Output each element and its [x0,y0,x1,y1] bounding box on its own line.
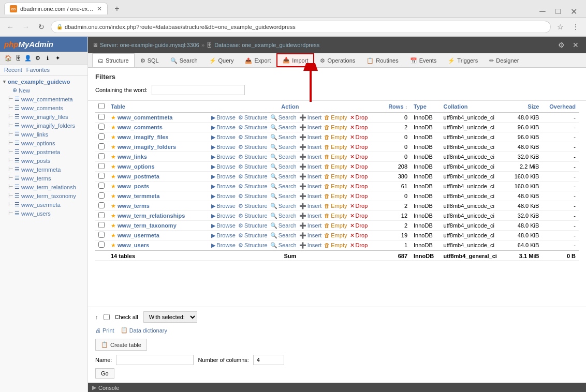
drop-link-13[interactable]: ✕ Drop [350,242,368,249]
insert-link-13[interactable]: ➕ Insert [299,242,322,249]
insert-link-0[interactable]: ➕ Insert [299,114,322,121]
table-name-link-3[interactable]: www_imagify_folders [118,144,176,150]
insert-link-12[interactable]: ➕ Insert [299,232,322,239]
go-button[interactable]: Go [95,368,114,379]
star-icon-1[interactable]: ★ [111,124,116,130]
empty-link-2[interactable]: 🗑 Empty [324,134,347,140]
row-checkbox-9[interactable] [98,202,105,208]
topbar-settings-icon[interactable]: ⚙ [555,39,567,51]
tab-export[interactable]: 📤 Export [239,53,276,67]
table-name-link-4[interactable]: www_links [118,154,147,160]
empty-link-12[interactable]: 🗑 Empty [324,232,347,238]
data-dictionary-link[interactable]: 📋 Data dictionary [121,327,167,334]
row-checkbox-11[interactable] [98,222,105,228]
search-link-1[interactable]: 🔍 Search [270,124,297,131]
drop-link-0[interactable]: ✕ Drop [350,114,368,121]
structure-link-1[interactable]: ⚙ Structure [238,124,268,131]
star-icon-6[interactable]: ★ [111,173,116,179]
col-collation[interactable]: Collation [441,101,508,113]
tab-designer[interactable]: ✏ Designer [484,53,524,67]
browse-link-11[interactable]: ▶ Browse [211,222,236,229]
insert-link-2[interactable]: ➕ Insert [299,134,322,141]
drop-link-9[interactable]: ✕ Drop [350,203,368,209]
sidebar-user-icon[interactable]: 👤 [24,54,32,62]
win-minimize[interactable]: ─ [536,5,549,18]
table-name-link-1[interactable]: www_comments [118,124,163,130]
search-link-11[interactable]: 🔍 Search [270,222,297,229]
structure-link-9[interactable]: ⚙ Structure [238,203,268,209]
browse-link-3[interactable]: ▶ Browse [211,144,236,150]
browse-link-0[interactable]: ▶ Browse [211,114,236,121]
drop-link-3[interactable]: ✕ Drop [350,144,368,150]
sidebar-item-new[interactable]: ⊕ New [0,86,87,95]
sidebar-item-imagify-folders[interactable]: ⊢ ☰ www_imagify_folders [0,121,87,130]
win-close[interactable]: ✕ [567,5,580,18]
row-checkbox-4[interactable] [98,153,105,159]
insert-link-4[interactable]: ➕ Insert [299,154,322,160]
db-link[interactable]: Database: one_example_guidewordpress [214,42,319,48]
drop-link-12[interactable]: ✕ Drop [350,232,368,239]
browse-link-8[interactable]: ▶ Browse [211,193,236,200]
insert-link-6[interactable]: ➕ Insert [299,173,322,180]
col-overhead[interactable]: Overhead [542,101,579,113]
browse-link-12[interactable]: ▶ Browse [211,232,236,239]
search-link-10[interactable]: 🔍 Search [270,213,297,219]
table-name-link-0[interactable]: www_commentmeta [118,114,172,120]
browse-link-10[interactable]: ▶ Browse [211,213,236,219]
insert-link-7[interactable]: ➕ Insert [299,183,322,190]
structure-link-13[interactable]: ⚙ Structure [238,242,268,249]
structure-link-10[interactable]: ⚙ Structure [238,213,268,219]
drop-link-7[interactable]: ✕ Drop [350,183,368,190]
drop-link-2[interactable]: ✕ Drop [350,134,368,141]
insert-link-8[interactable]: ➕ Insert [299,193,322,200]
empty-link-1[interactable]: 🗑 Empty [324,124,347,130]
search-link-13[interactable]: 🔍 Search [270,242,297,249]
sidebar-item-term-taxonomy[interactable]: ⊢ ☰ www_term_taxonomy [0,191,87,200]
star-icon-11[interactable]: ★ [111,222,116,229]
structure-link-2[interactable]: ⚙ Structure [238,134,268,141]
sidebar-item-posts[interactable]: ⊢ ☰ www_posts [0,156,87,165]
search-link-0[interactable]: 🔍 Search [270,114,297,121]
col-size[interactable]: Size [507,101,542,113]
sidebar-home-icon[interactable]: 🏠 [4,54,12,62]
tab-close-icon[interactable]: ✕ [97,5,102,12]
col-table[interactable]: Table [108,101,198,113]
drop-link-11[interactable]: ✕ Drop [350,222,368,229]
search-link-2[interactable]: 🔍 Search [270,134,297,141]
table-name-link-11[interactable]: www_term_taxonomy [118,222,177,229]
table-name-link-6[interactable]: www_postmeta [118,173,159,179]
structure-link-3[interactable]: ⚙ Structure [238,144,268,150]
structure-link-11[interactable]: ⚙ Structure [238,222,268,229]
search-link-7[interactable]: 🔍 Search [270,183,297,190]
table-name-link-10[interactable]: www_term_relationships [118,213,185,219]
row-checkbox-8[interactable] [98,192,105,199]
empty-link-7[interactable]: 🗑 Empty [324,183,347,189]
back-button[interactable]: ← [4,21,17,33]
insert-link-3[interactable]: ➕ Insert [299,144,322,150]
sidebar-item-users[interactable]: ⊢ ☰ www_users [0,209,87,218]
new-tab-button[interactable]: + [111,3,123,15]
drop-link-1[interactable]: ✕ Drop [350,124,368,131]
tab-search[interactable]: 🔍 Search [165,53,203,67]
star-icon-10[interactable]: ★ [111,213,116,219]
star-icon-8[interactable]: ★ [111,193,116,199]
tab-structure[interactable]: 🗂 Structure [92,53,135,67]
sidebar-item-commentmeta[interactable]: ⊢ ☰ www_commentmeta [0,95,87,103]
sidebar-favorites-link[interactable]: Favorites [26,67,50,73]
table-name-input[interactable] [116,355,194,365]
select-all-checkbox[interactable] [98,103,105,109]
insert-link-10[interactable]: ➕ Insert [299,213,322,219]
empty-link-6[interactable]: 🗑 Empty [324,173,347,179]
row-checkbox-5[interactable] [98,163,105,169]
search-link-9[interactable]: 🔍 Search [270,203,297,209]
tab-sql[interactable]: ⚙ SQL [135,53,165,67]
settings-icon[interactable]: ⋮ [569,21,582,33]
sidebar-item-postmeta[interactable]: ⊢ ☰ www_postmeta [0,147,87,156]
insert-link-9[interactable]: ➕ Insert [299,203,322,209]
table-name-link-8[interactable]: www_termmeta [118,193,159,199]
row-checkbox-13[interactable] [98,242,105,248]
tab-import[interactable]: 📥 Import [276,53,314,67]
col-type[interactable]: Type [411,101,440,113]
row-checkbox-6[interactable] [98,173,105,179]
print-link[interactable]: 🖨 Print [95,327,114,334]
